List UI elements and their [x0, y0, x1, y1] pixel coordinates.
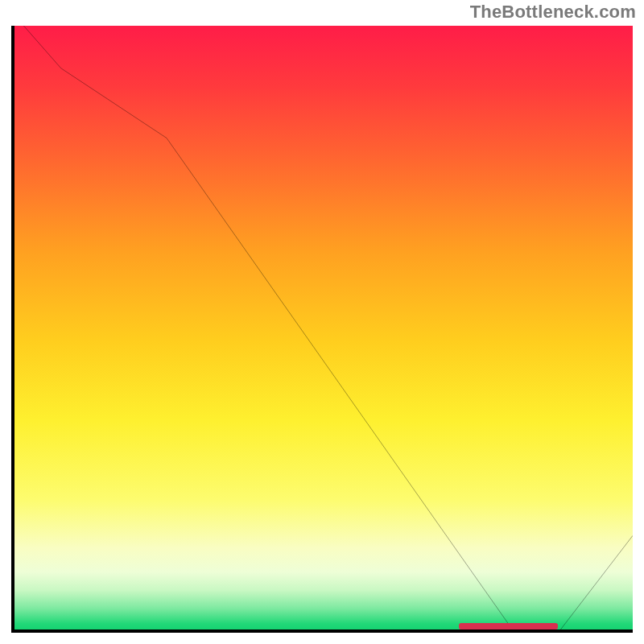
attribution-text: TheBottleneck.com [470, 2, 636, 23]
plot-area [11, 26, 633, 633]
chart-container: TheBottleneck.com [0, 0, 644, 644]
bottleneck-curve [23, 26, 633, 633]
curve-svg [11, 26, 633, 633]
